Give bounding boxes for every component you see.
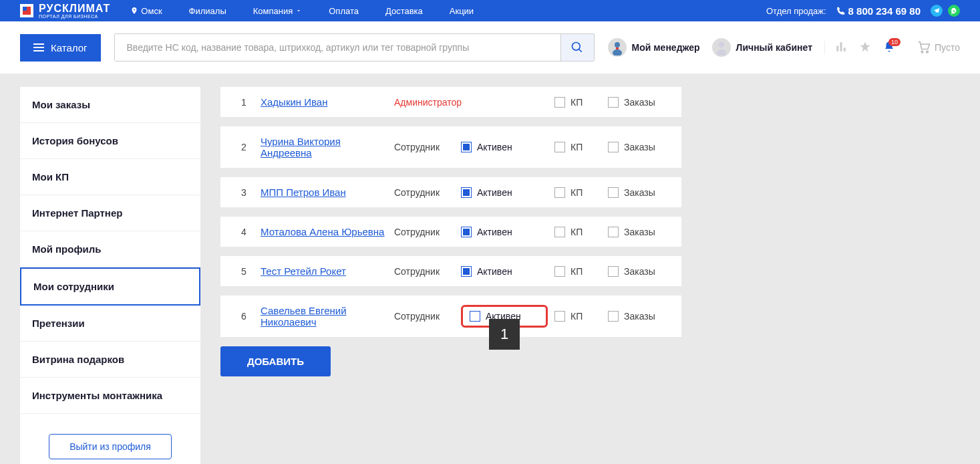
employee-row: 5Тест Ретейл РокетСотрудникАктивенКПЗака…: [220, 256, 681, 286]
notifications-icon[interactable]: 10: [883, 41, 895, 55]
employee-status: Активен: [461, 266, 548, 277]
kp-checkbox[interactable]: [554, 187, 565, 198]
search-input[interactable]: [115, 34, 560, 61]
active-checkbox[interactable]: [470, 311, 480, 322]
orders-label: Заказы: [624, 266, 655, 277]
active-label: Активен: [477, 227, 512, 237]
favorites-icon[interactable]: [859, 41, 871, 55]
employee-name-link[interactable]: Чурина Виктория Андреевна: [261, 136, 341, 158]
active-label: Активен: [477, 266, 512, 277]
chevron-down-icon: [295, 7, 302, 14]
orders-checkbox[interactable]: [608, 142, 619, 152]
whatsapp-icon[interactable]: [948, 5, 960, 17]
orders-checkbox[interactable]: [608, 227, 619, 237]
sidebar-item-3[interactable]: Интернет Партнер: [20, 195, 200, 231]
orders-label: Заказы: [624, 311, 655, 322]
telegram-icon[interactable]: [931, 5, 943, 17]
sidebar-item-0[interactable]: Мои заказы: [20, 87, 200, 123]
employee-orders: Заказы: [608, 187, 655, 198]
employee-kp: КП: [554, 187, 601, 198]
phone-number[interactable]: 8 800 234 69 80: [836, 5, 921, 17]
nav-promo[interactable]: Акции: [450, 6, 474, 16]
sidebar-item-2[interactable]: Мои КП: [20, 159, 200, 195]
active-checkbox[interactable]: [461, 142, 472, 152]
logo-sub-text: ПОРТАЛ ДЛЯ БИЗНЕСА: [39, 14, 110, 19]
orders-checkbox[interactable]: [608, 311, 619, 322]
employee-role: Сотрудник: [394, 142, 454, 152]
employee-kp: КП: [554, 227, 601, 237]
svg-rect-10: [840, 42, 842, 51]
employee-name-link[interactable]: Хадыкин Иван: [261, 96, 327, 108]
active-label: Активен: [477, 187, 512, 198]
kp-checkbox[interactable]: [554, 227, 565, 237]
sidebar-item-5[interactable]: Мои сотрудники: [20, 267, 200, 306]
orders-checkbox[interactable]: [608, 97, 619, 108]
svg-point-13: [927, 51, 929, 53]
nav-company[interactable]: Компания: [253, 6, 303, 16]
hamburger-icon: [33, 43, 44, 51]
personal-account[interactable]: Личный кабинет: [712, 38, 812, 57]
active-checkbox[interactable]: [461, 227, 472, 237]
sidebar: Мои заказыИстория бонусовМои КПИнтернет …: [20, 87, 200, 464]
sidebar-item-6[interactable]: Претензии: [20, 306, 200, 342]
active-checkbox[interactable]: [461, 266, 472, 277]
orders-checkbox[interactable]: [608, 266, 619, 277]
kp-checkbox[interactable]: [554, 311, 565, 322]
active-checkbox[interactable]: [461, 187, 472, 198]
kp-checkbox[interactable]: [554, 97, 565, 108]
kp-label: КП: [570, 227, 583, 237]
employee-name-link[interactable]: Моталова Алена Юрьевна: [261, 226, 384, 237]
employee-role: Администратор: [394, 97, 454, 108]
employee-number: 2: [234, 142, 254, 152]
logo[interactable]: РУСКЛИМАТ ПОРТАЛ ДЛЯ БИЗНЕСА: [20, 3, 110, 19]
orders-label: Заказы: [624, 142, 655, 152]
employee-role: Сотрудник: [394, 311, 454, 322]
kp-label: КП: [570, 266, 583, 277]
sidebar-item-8[interactable]: Инструменты монтажника: [20, 378, 200, 414]
nav-branches[interactable]: Филиалы: [189, 6, 226, 16]
kp-label: КП: [570, 187, 583, 198]
catalog-button[interactable]: Каталог: [20, 34, 101, 62]
svg-line-3: [579, 49, 582, 52]
my-manager[interactable]: Мой менеджер: [608, 38, 700, 57]
account-avatar: [712, 38, 731, 57]
sidebar-item-7[interactable]: Витрина подарков: [20, 342, 200, 378]
employee-name-link[interactable]: Савельев Евгений Николаевич: [261, 305, 347, 328]
nav-payment[interactable]: Оплата: [329, 6, 359, 16]
employee-orders: Заказы: [608, 266, 655, 277]
sidebar-item-4[interactable]: Мой профиль: [20, 231, 200, 267]
svg-point-8: [717, 49, 726, 55]
search-button[interactable]: [560, 34, 594, 61]
orders-label: Заказы: [624, 227, 655, 237]
svg-point-5: [613, 49, 622, 55]
employee-kp: КП: [554, 266, 601, 277]
kp-label: КП: [570, 311, 583, 322]
employee-status: Активен: [461, 227, 548, 237]
employee-row: 2Чурина Виктория АндреевнаСотрудникАктив…: [220, 126, 681, 168]
employee-name-link[interactable]: Тест Ретейл Рокет: [261, 265, 346, 277]
orders-checkbox[interactable]: [608, 187, 619, 198]
employee-kp: КП: [554, 142, 601, 152]
stats-icon[interactable]: [835, 41, 847, 55]
nav-delivery[interactable]: Доставка: [385, 6, 423, 16]
employee-row: 3МПП Петров ИванСотрудникАктивенКПЗаказы: [220, 177, 681, 207]
logout-button[interactable]: Выйти из профиля: [49, 434, 172, 459]
employee-orders: Заказы: [608, 97, 655, 108]
employee-row: 1Хадыкин ИванАдминистраторКПЗаказы: [220, 87, 681, 117]
notification-badge: 10: [888, 38, 901, 46]
add-button[interactable]: ДОБАВИТЬ: [220, 346, 331, 376]
employee-role: Сотрудник: [394, 187, 454, 198]
cart[interactable]: Пусто: [917, 41, 960, 54]
kp-checkbox[interactable]: [554, 142, 565, 152]
employee-number: 3: [234, 187, 254, 198]
employee-name-link[interactable]: МПП Петров Иван: [261, 187, 346, 198]
city-selector[interactable]: Омск: [130, 6, 162, 16]
employee-row: 6Савельев Евгений НиколаевичСотрудникАкт…: [220, 296, 681, 337]
sidebar-item-1[interactable]: История бонусов: [20, 123, 200, 159]
kp-label: КП: [570, 97, 583, 108]
svg-point-2: [573, 43, 581, 51]
kp-checkbox[interactable]: [554, 266, 565, 277]
employee-orders: Заказы: [608, 227, 655, 237]
logo-main-text: РУСКЛИМАТ: [39, 3, 110, 14]
employee-status: Активен: [461, 142, 548, 152]
